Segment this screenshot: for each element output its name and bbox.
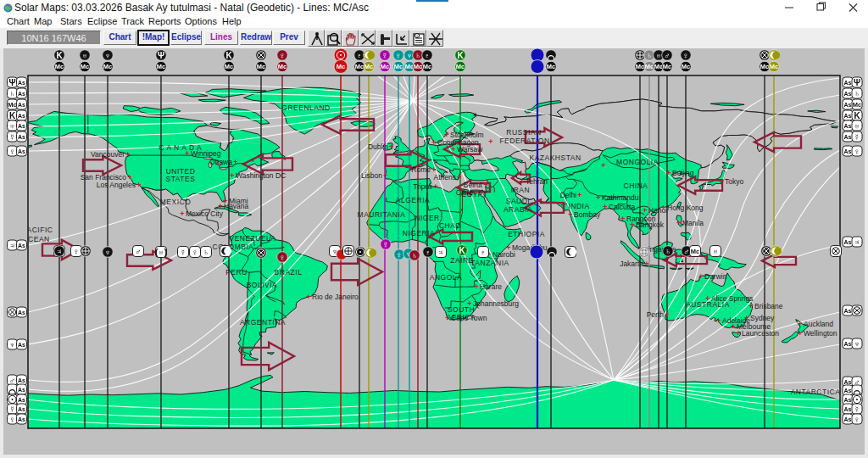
svg-text:As: As <box>844 406 852 412</box>
svg-text:♄: ♄ <box>415 51 421 60</box>
svg-text:♇: ♇ <box>356 51 363 60</box>
svg-text:♂: ♂ <box>664 51 670 60</box>
svg-text:MAURITANIA: MAURITANIA <box>358 210 406 219</box>
svg-text:♄: ♄ <box>9 89 16 98</box>
svg-text:+: + <box>601 161 605 170</box>
svg-text:Ψ: Ψ <box>854 78 860 87</box>
svg-text:♄: ♄ <box>854 89 860 98</box>
svg-text:♀: ♀ <box>396 250 403 260</box>
svg-text:As: As <box>844 113 852 119</box>
svg-text:+: + <box>474 188 478 197</box>
svg-text:Auckland: Auckland <box>804 320 833 328</box>
svg-text:+: + <box>577 191 581 199</box>
svg-text:BOLIVIA: BOLIVIA <box>247 281 278 289</box>
svg-text:SAUDI: SAUDI <box>506 197 530 205</box>
svg-text:Jakarta: Jakarta <box>620 260 643 268</box>
svg-text:COLOMBIA: COLOMBIA <box>213 243 254 251</box>
svg-text:MEXICO: MEXICO <box>160 198 192 206</box>
svg-text:♃: ♃ <box>56 247 63 256</box>
svg-text:Mc: Mc <box>103 63 112 70</box>
svg-text:♇: ♇ <box>480 248 487 257</box>
svg-text:♃: ♃ <box>9 241 16 250</box>
svg-text:Beirut: Beirut <box>464 181 483 189</box>
svg-text:♄: ♄ <box>411 251 418 260</box>
svg-text:+: + <box>433 182 437 191</box>
svg-text:K: K <box>225 51 232 60</box>
svg-text:Mc: Mc <box>8 101 16 109</box>
svg-text:Harare: Harare <box>480 282 502 291</box>
svg-text:As: As <box>844 239 852 245</box>
svg-text:Darwin: Darwin <box>704 272 727 281</box>
svg-text:+: + <box>383 171 387 180</box>
svg-text:Dublin: Dublin <box>368 142 388 151</box>
svg-text:Mc: Mc <box>414 63 422 70</box>
svg-text:♇: ♇ <box>425 248 431 257</box>
svg-text:As: As <box>844 148 852 154</box>
svg-text:+: + <box>731 322 735 331</box>
svg-text:+: + <box>736 329 740 338</box>
svg-text:As: As <box>18 406 25 412</box>
svg-text:Los Angeles: Los Angeles <box>97 181 136 189</box>
svg-text:♂: ♂ <box>9 376 16 385</box>
svg-text:Bombay: Bombay <box>574 210 601 219</box>
svg-text:♀: ♀ <box>279 253 286 262</box>
svg-text:As: As <box>18 377 25 383</box>
svg-text:+: + <box>230 171 234 180</box>
svg-text:♄: ♄ <box>203 248 209 257</box>
svg-text:Mc: Mc <box>364 63 373 70</box>
svg-text:CHAD: CHAD <box>439 221 461 230</box>
svg-text:Johannesburg: Johannesburg <box>473 299 519 308</box>
svg-text:♅: ♅ <box>9 121 16 131</box>
svg-text:+: + <box>431 138 436 147</box>
svg-text:♅: ♅ <box>655 51 662 60</box>
svg-text:♀: ♀ <box>9 147 16 156</box>
svg-text:+: + <box>596 193 600 202</box>
svg-text:+: + <box>716 316 721 325</box>
svg-text:+: + <box>665 310 669 319</box>
svg-text:☿: ☿ <box>180 248 186 257</box>
svg-text:Brisbane: Brisbane <box>754 302 783 310</box>
svg-text:Manila: Manila <box>682 219 704 227</box>
svg-text:Ottawa: Ottawa <box>209 158 232 166</box>
svg-text:+: + <box>798 320 802 328</box>
svg-text:+: + <box>488 137 492 146</box>
svg-text:Mc: Mc <box>157 63 165 70</box>
svg-text:Mc: Mc <box>257 63 265 70</box>
svg-text:♀: ♀ <box>682 51 689 60</box>
svg-text:K: K <box>854 111 860 120</box>
svg-text:K: K <box>459 246 465 255</box>
svg-text:Beijing: Beijing <box>672 169 694 177</box>
svg-text:Mexico City: Mexico City <box>186 209 224 218</box>
svg-text:Delhi: Delhi <box>560 191 576 199</box>
svg-text:+: + <box>748 302 753 310</box>
svg-text:As: As <box>844 134 852 140</box>
svg-text:As: As <box>18 342 25 348</box>
svg-text:GREENLAND: GREENLAND <box>281 103 330 112</box>
svg-text:♀: ♀ <box>395 51 402 60</box>
svg-text:Mc: Mc <box>853 101 861 109</box>
svg-text:♄: ♄ <box>646 51 653 60</box>
svg-text:♆: ♆ <box>854 339 860 349</box>
svg-text:Rome: Rome <box>411 165 431 174</box>
svg-text:Kathmandu: Kathmandu <box>602 193 639 202</box>
svg-text:As: As <box>844 102 852 108</box>
svg-text:☿: ☿ <box>9 132 16 142</box>
svg-text:♆: ♆ <box>9 340 16 349</box>
svg-text:Mc: Mc <box>381 63 389 70</box>
svg-text:ANTARCTICA: ANTARCTICA <box>791 388 841 396</box>
svg-text:Mc: Mc <box>691 248 699 255</box>
svg-text:♃: ♃ <box>854 237 860 247</box>
svg-text:Calcutta: Calcutta <box>609 203 635 211</box>
svg-text:+: + <box>644 260 648 268</box>
svg-text:Rio de Janeiro: Rio de Janeiro <box>312 293 359 301</box>
svg-text:Washington DC: Washington DC <box>236 171 286 180</box>
svg-text:+: + <box>389 142 393 151</box>
svg-text:Mc: Mc <box>355 63 364 70</box>
svg-text:+: + <box>136 181 141 189</box>
svg-text:As: As <box>18 123 25 129</box>
svg-text:♆: ♆ <box>406 51 413 60</box>
svg-text:+: + <box>698 272 703 281</box>
svg-text:As: As <box>18 148 25 154</box>
svg-text:Havana: Havana <box>224 202 249 210</box>
svg-text:+: + <box>306 293 310 301</box>
